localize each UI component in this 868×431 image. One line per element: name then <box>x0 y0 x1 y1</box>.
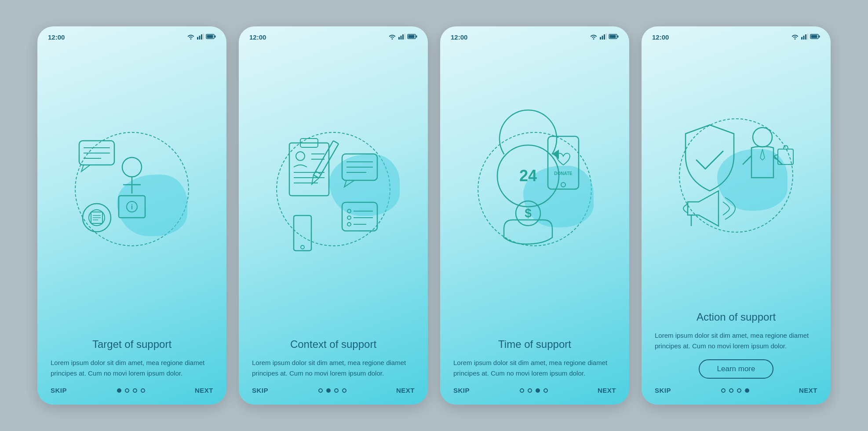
status-time-2: 12:00 <box>249 33 266 41</box>
screen-title-4: Action of support <box>655 311 817 323</box>
wifi-icon-4 <box>791 33 799 41</box>
svg-rect-27 <box>405 33 406 40</box>
status-bar-3: 12:00 <box>440 26 629 44</box>
svg-rect-0 <box>197 37 198 40</box>
svg-rect-57 <box>604 34 605 40</box>
phone-1: 12:00 <box>37 26 226 405</box>
dot-2-3 <box>334 388 339 393</box>
dot-2-2 <box>326 388 331 393</box>
signal-icon-1 <box>197 33 204 41</box>
bottom-nav-4: SKIP NEXT <box>642 379 831 405</box>
svg-rect-65 <box>548 136 579 189</box>
content-area-3: Time of support Lorem ipsum dolor sit di… <box>440 334 629 379</box>
svg-rect-58 <box>606 33 607 40</box>
next-label-3[interactable]: NEXT <box>598 387 616 394</box>
battery-icon-3 <box>609 34 619 40</box>
status-bar-2: 12:00 <box>239 26 428 44</box>
svg-rect-76 <box>819 36 820 38</box>
dot-4-4 <box>745 388 749 393</box>
svg-rect-61 <box>617 36 619 38</box>
svg-point-7 <box>122 157 142 177</box>
illustration-svg-1: i <box>70 128 193 251</box>
illustration-area-1: i <box>37 44 226 334</box>
dots-1 <box>117 388 145 393</box>
next-label-1[interactable]: NEXT <box>195 387 213 394</box>
dot-1-3 <box>133 388 137 393</box>
svg-rect-26 <box>402 34 404 40</box>
svg-point-47 <box>301 245 304 249</box>
illustration-area-3: 24 DONATE $ <box>440 44 629 334</box>
bottom-nav-1: SKIP NEXT <box>37 379 226 405</box>
illustration-area-4 <box>642 44 831 307</box>
svg-rect-71 <box>803 36 805 40</box>
skip-label-4[interactable]: SKIP <box>655 387 671 394</box>
dot-4-1 <box>721 388 726 393</box>
svg-point-66 <box>561 183 565 187</box>
status-icons-3 <box>590 33 619 41</box>
screen-title-3: Time of support <box>453 338 616 351</box>
phone-3: 12:00 <box>440 26 629 405</box>
svg-text:24: 24 <box>519 167 537 185</box>
dot-1-2 <box>125 388 129 393</box>
svg-rect-2 <box>201 34 202 40</box>
dots-2 <box>318 388 346 393</box>
svg-marker-46 <box>344 180 354 187</box>
illustration-area-2 <box>239 44 428 334</box>
wifi-icon-1 <box>187 33 195 41</box>
content-area-2: Context of support Lorem ipsum dolor sit… <box>239 334 428 379</box>
skip-label-1[interactable]: SKIP <box>51 387 67 394</box>
next-label-2[interactable]: NEXT <box>396 387 415 394</box>
illustration-svg-4 <box>675 114 798 237</box>
screen-title-1: Target of support <box>51 338 213 351</box>
status-time-3: 12:00 <box>451 33 467 41</box>
svg-rect-72 <box>805 34 806 40</box>
bottom-nav-3: SKIP NEXT <box>440 379 629 405</box>
content-area-4: Action of support Lorem ipsum dolor sit … <box>642 307 831 379</box>
content-area-1: Target of support Lorem ipsum dolor sit … <box>37 334 226 379</box>
dots-4 <box>721 388 749 393</box>
svg-rect-6 <box>215 36 216 38</box>
status-bar-1: 12:00 <box>37 26 226 44</box>
battery-icon-4 <box>810 34 820 40</box>
screen-body-3: Lorem ipsum dolor sit dim amet, mea regi… <box>453 358 616 379</box>
wifi-icon-2 <box>388 33 396 41</box>
phone-4: 12:00 <box>642 26 831 405</box>
illustration-svg-3: 24 DONATE $ <box>473 128 596 251</box>
svg-rect-25 <box>401 36 402 40</box>
screen-title-2: Context of support <box>252 338 415 351</box>
svg-point-51 <box>347 216 351 219</box>
svg-point-77 <box>753 128 772 147</box>
status-icons-2 <box>388 33 417 41</box>
dot-3-3 <box>536 388 540 393</box>
battery-icon-1 <box>206 34 216 40</box>
svg-point-53 <box>347 223 351 226</box>
svg-point-33 <box>296 152 305 161</box>
skip-label-3[interactable]: SKIP <box>453 387 470 394</box>
skip-label-2[interactable]: SKIP <box>252 387 268 394</box>
svg-text:DONATE: DONATE <box>554 171 573 176</box>
dots-3 <box>520 388 548 393</box>
signal-icon-3 <box>600 33 607 41</box>
dot-4-3 <box>737 388 741 393</box>
svg-text:i: i <box>131 203 133 211</box>
svg-rect-70 <box>801 37 802 40</box>
svg-rect-56 <box>602 36 603 40</box>
phones-container: 12:00 <box>37 26 831 405</box>
dot-4-2 <box>729 388 733 393</box>
dot-3-1 <box>520 388 524 393</box>
svg-rect-55 <box>600 37 601 40</box>
bottom-nav-2: SKIP NEXT <box>239 379 428 405</box>
screen-body-2: Lorem ipsum dolor sit dim amet, mea regi… <box>252 358 415 379</box>
learn-more-button[interactable]: Learn more <box>699 359 774 379</box>
status-time-1: 12:00 <box>48 33 65 41</box>
next-label-4[interactable]: NEXT <box>799 387 817 394</box>
dot-3-2 <box>528 388 532 393</box>
screen-body-1: Lorem ipsum dolor sit dim amet, mea regi… <box>51 358 213 379</box>
wifi-icon-3 <box>590 33 598 41</box>
battery-icon-2 <box>408 34 417 40</box>
svg-rect-3 <box>203 33 204 40</box>
status-time-4: 12:00 <box>652 33 669 41</box>
svg-marker-78 <box>760 149 765 160</box>
svg-point-49 <box>347 209 351 213</box>
svg-rect-29 <box>408 35 415 38</box>
